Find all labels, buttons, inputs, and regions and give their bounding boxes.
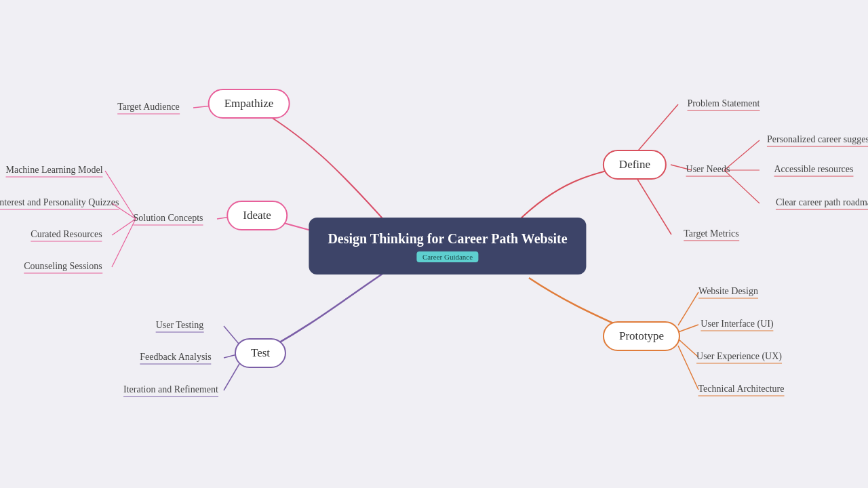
svg-line-16 xyxy=(678,325,698,332)
svg-line-5 xyxy=(112,219,136,267)
quizzes-leaf: Interest and Personality Quizzes xyxy=(0,197,119,210)
user-needs-leaf: User Needs xyxy=(686,164,730,177)
user-testing-leaf: User Testing xyxy=(156,320,204,333)
user-experience-leaf: User Experience (UX) xyxy=(696,351,782,364)
central-node: Design Thinking for Career Path Website … xyxy=(309,218,586,274)
feedback-analysis-leaf: Feedback Analysis xyxy=(140,352,211,365)
central-badge: Career Guidance xyxy=(417,251,478,262)
counseling-sessions-leaf: Counseling Sessions xyxy=(24,261,102,274)
central-title: Design Thinking for Career Path Website xyxy=(328,230,567,247)
problem-statement-leaf: Problem Statement xyxy=(688,98,760,111)
personalized-career-leaf: Personalized career suggestions xyxy=(767,134,868,147)
clear-career-leaf: Clear career path roadmap xyxy=(776,197,868,210)
svg-line-2 xyxy=(105,171,136,219)
technical-architecture-leaf: Technical Architecture xyxy=(698,384,785,396)
define-node[interactable]: Define xyxy=(603,150,667,180)
svg-line-18 xyxy=(678,346,698,390)
target-metrics-leaf: Target Metrics xyxy=(684,228,739,241)
ideate-node[interactable]: Ideate xyxy=(226,201,288,230)
svg-line-17 xyxy=(678,339,698,357)
curated-resources-leaf: Curated Resources xyxy=(31,229,102,242)
svg-line-15 xyxy=(678,292,698,325)
svg-line-4 xyxy=(112,219,136,235)
solution-concepts-leaf: Solution Concepts xyxy=(133,213,203,226)
test-node[interactable]: Test xyxy=(235,338,286,368)
user-interface-leaf: User Interface (UI) xyxy=(701,319,773,331)
target-audience-leaf: Target Audience xyxy=(117,102,180,115)
prototype-node[interactable]: Prototype xyxy=(603,321,680,351)
svg-line-9 xyxy=(635,104,678,155)
svg-line-14 xyxy=(635,175,671,235)
iteration-leaf: Iteration and Refinement xyxy=(123,384,218,397)
empathize-node[interactable]: Empathize xyxy=(208,89,290,119)
machine-learning-leaf: Machine Learning Model xyxy=(5,165,102,178)
website-design-leaf: Website Design xyxy=(698,286,758,299)
accessible-resources-leaf: Accessible resources xyxy=(774,164,853,177)
